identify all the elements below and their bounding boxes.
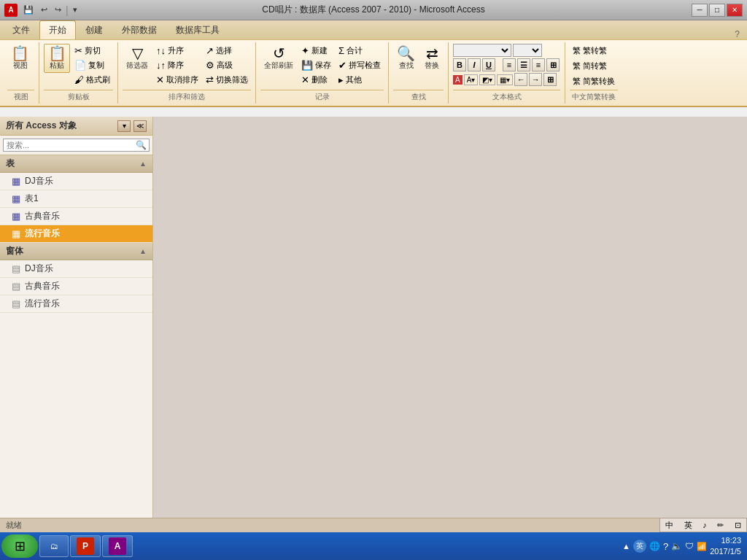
tab-external[interactable]: 外部数据 [112, 20, 166, 39]
grid-btn[interactable]: ⊞ [543, 73, 557, 86]
convert-icon: 繁 [573, 76, 581, 87]
tab-file[interactable]: 文件 [3, 20, 39, 39]
ribbon-help-btn[interactable]: ? [735, 29, 740, 39]
qa-dropdown-btn[interactable]: ▾ [70, 4, 80, 16]
align-center-button[interactable]: ☰ [517, 58, 530, 71]
bg-color-btn[interactable]: ◩▾ [479, 74, 495, 85]
underline-button[interactable]: U [482, 58, 495, 71]
new-button[interactable]: ✦ 新建 [298, 44, 334, 58]
align-left-button[interactable]: ≡ [503, 58, 516, 71]
forms-section-toggle: ▲ [139, 247, 147, 255]
refresh-button[interactable]: ↺ 全部刷新 [260, 44, 297, 73]
more-button[interactable]: ▸ 其他 [336, 73, 384, 87]
tab-dbtools[interactable]: 数据库工具 [166, 20, 229, 39]
font-select[interactable] [453, 44, 511, 57]
minimize-button[interactable]: ─ [692, 4, 708, 17]
toggle-filter-button[interactable]: ⇄ 切换筛选 [203, 73, 251, 87]
format-btn-row: B I U ≡ ☰ ≡ ⊞ [453, 58, 560, 71]
qa-separator: | [66, 4, 69, 16]
ribbon-content: 📋 视图 视图 📋 粘贴 ✂ 剪切 📄 [0, 39, 747, 106]
remove-sort-button[interactable]: ✕ 取消排序 [153, 73, 201, 87]
view-group-items: 📋 视图 [7, 44, 34, 88]
to-trad-button[interactable]: 繁 繁转繁 [570, 44, 610, 58]
align-right-button[interactable]: ≡ [532, 58, 545, 71]
line-btn[interactable]: ▦▾ [497, 74, 513, 85]
ime-lang: 英 [684, 520, 692, 531]
powerpoint-icon: P [77, 537, 94, 555]
convert-button[interactable]: 繁 简繁转换 [570, 74, 618, 88]
table-button[interactable]: ⊞ [546, 58, 560, 71]
advanced-button[interactable]: ⚙ 高级 [203, 58, 251, 72]
nav-item-pop-form[interactable]: ▤ 流行音乐 [0, 295, 152, 313]
form-icon-3: ▤ [12, 298, 20, 309]
records-col1: ✦ 新建 💾 保存 ✕ 删除 [298, 44, 334, 87]
maximize-button[interactable]: □ [709, 4, 725, 17]
ribbon-group-filter: ▽ 筛选器 ↑↓ 升序 ↓↑ 降序 ✕ 取消排序 [118, 42, 256, 104]
cut-button[interactable]: ✂ 剪切 [71, 44, 113, 58]
clock[interactable]: 18:23 2017/1/5 [710, 535, 741, 558]
start-button[interactable]: ⊞ [1, 534, 38, 558]
ribbon-group-clipboard: 📋 粘贴 ✂ 剪切 📄 复制 🖌 格式刷 [39, 42, 118, 104]
format-button[interactable]: 🖌 格式刷 [71, 73, 113, 87]
highlight-btn[interactable]: A▾ [464, 74, 479, 85]
qa-save-btn[interactable]: 💾 [20, 4, 36, 16]
select-button[interactable]: ↗ 选择 [203, 44, 251, 58]
tray-icon-6: 🛡 [685, 541, 694, 551]
view-button[interactable]: 📋 视图 [7, 44, 33, 73]
taskbar-explorer[interactable]: 🗂 [39, 535, 69, 557]
asc-button[interactable]: ↑↓ 升序 [153, 44, 201, 58]
cut-icon: ✂ [74, 45, 82, 56]
nav-item-classical-table[interactable]: ▦ 古典音乐 [0, 208, 152, 225]
size-select[interactable] [513, 44, 542, 57]
find-button[interactable]: 🔍 查找 [393, 44, 419, 73]
to-simp-button[interactable]: 繁 简转繁 [570, 59, 610, 73]
toggle-filter-icon: ⇄ [206, 74, 214, 85]
nav-item-table1[interactable]: ▦ 表1 [0, 190, 152, 208]
indent-right-btn[interactable]: → [529, 73, 542, 86]
nav-collapse-btn[interactable]: ≪ [133, 120, 147, 132]
save-button[interactable]: 💾 保存 [298, 58, 334, 72]
desc-button[interactable]: ↓↑ 降序 [153, 58, 201, 72]
pop-table-label: 流行音乐 [25, 228, 60, 240]
paste-button[interactable]: 📋 粘贴 [44, 44, 70, 73]
font-color-btn[interactable]: A [453, 75, 462, 85]
clipboard-group-label: 剪贴板 [44, 90, 113, 102]
title-bar: A 💾 ↩ ↪ | ▾ CD唱片 : 数据库 (Access 2007 - 20… [0, 0, 747, 20]
tab-home[interactable]: 开始 [39, 20, 76, 39]
close-button[interactable]: ✕ [727, 4, 743, 17]
navigation-pane: 所有 Access 对象 ▾ ≪ 🔍 表 ▲ ▦ DJ音乐 ▦ [0, 117, 153, 518]
filter-col2: ↗ 选择 ⚙ 高级 ⇄ 切换筛选 [203, 44, 251, 87]
tab-create[interactable]: 创建 [76, 20, 112, 39]
ime-settings: ⊡ [735, 521, 741, 530]
nav-section-forms-header[interactable]: 窗体 ▲ [0, 243, 152, 260]
taskbar-access[interactable]: A [102, 535, 133, 557]
form-icon-1: ▤ [12, 263, 20, 274]
nav-section-forms: 窗体 ▲ ▤ DJ音乐 ▤ 古典音乐 ▤ 流行音乐 [0, 243, 152, 313]
nav-filter-btn[interactable]: ▾ [117, 120, 131, 132]
nav-item-djmusic-table[interactable]: ▦ DJ音乐 [0, 173, 152, 190]
djmusic-table-label: DJ音乐 [25, 175, 53, 187]
replace-button[interactable]: ⇄ 替换 [420, 44, 444, 73]
nav-section-tables-header[interactable]: 表 ▲ [0, 155, 152, 173]
nav-item-classical-form[interactable]: ▤ 古典音乐 [0, 278, 152, 295]
nav-item-djmusic-form[interactable]: ▤ DJ音乐 [0, 260, 152, 278]
nav-section-tables: 表 ▲ ▦ DJ音乐 ▦ 表1 ▦ 古典音乐 ▦ 流行音乐 [0, 155, 152, 243]
search-icon: 🔍 [136, 140, 147, 150]
indent-left-btn[interactable]: ← [514, 73, 527, 86]
tray-icon-2[interactable]: 英 [633, 540, 646, 553]
qa-undo-btn[interactable]: ↩ [38, 4, 50, 16]
ribbon-group-chinese: 繁 繁转繁 繁 简转繁 繁 简繁转换 中文简繁转换 [565, 42, 622, 104]
filter-button[interactable]: ▽ 筛选器 [123, 44, 152, 73]
qa-redo-btn[interactable]: ↪ [52, 4, 64, 16]
delete-button[interactable]: ✕ 删除 [298, 73, 334, 87]
textformat-items: B I U ≡ ☰ ≡ ⊞ A A▾ ◩▾ ▦▾ ← → ⊞ [453, 44, 560, 88]
copy-button[interactable]: 📄 复制 [71, 58, 113, 72]
classical-table-label: 古典音乐 [25, 210, 60, 222]
nav-search-input[interactable] [3, 139, 150, 152]
italic-button[interactable]: I [468, 58, 481, 71]
sum-button[interactable]: Σ 合计 [336, 44, 384, 58]
taskbar-powerpoint[interactable]: P [70, 535, 101, 557]
spell-button[interactable]: ✔ 拼写检查 [336, 58, 384, 72]
nav-item-pop-table[interactable]: ▦ 流行音乐 [0, 225, 152, 243]
bold-button[interactable]: B [453, 58, 466, 71]
